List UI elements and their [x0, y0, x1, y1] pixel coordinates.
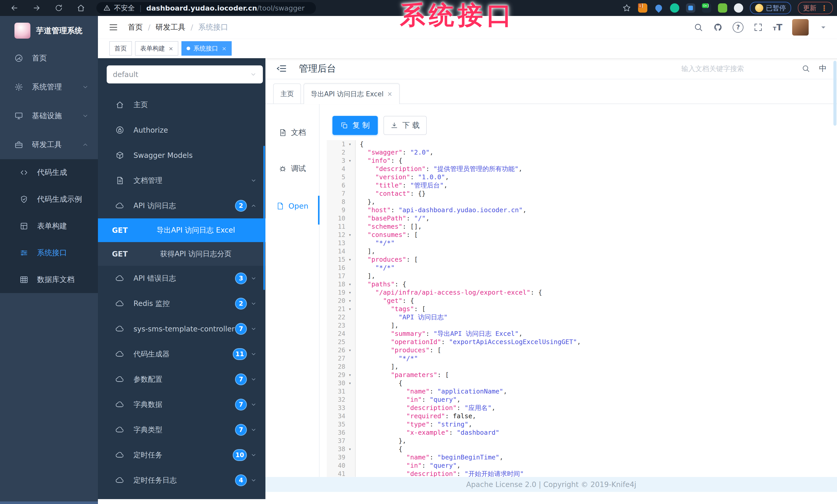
swagger-nav-item-7[interactable]: API 错误日志 3: [98, 266, 265, 291]
fold-caret-icon[interactable]: [345, 223, 355, 231]
help-icon[interactable]: ?: [733, 22, 744, 33]
swagger-nav-item-3[interactable]: 文档管理: [98, 168, 265, 193]
tag-表单构建[interactable]: 表单构建 ×: [135, 41, 178, 56]
hamburger-icon[interactable]: [108, 22, 119, 33]
reload-icon[interactable]: [54, 3, 64, 13]
forward-icon[interactable]: [32, 3, 42, 13]
fold-caret-icon[interactable]: [345, 272, 355, 280]
download-button[interactable]: 下 载: [384, 116, 427, 135]
api-operation-row[interactable]: GET 获得API 访问日志分页: [98, 242, 265, 266]
swagger-nav-item-4[interactable]: API 访问日志 2: [98, 193, 265, 218]
profile-paused-pill[interactable]: 已暂停: [750, 2, 791, 14]
extension-icon[interactable]: [686, 3, 695, 13]
fold-caret-icon[interactable]: [345, 148, 355, 156]
fold-caret-icon[interactable]: [345, 420, 355, 429]
extension-icon[interactable]: [654, 3, 663, 13]
fold-caret-icon[interactable]: ▾: [345, 156, 355, 165]
fold-caret-icon[interactable]: [345, 412, 355, 420]
fold-caret-icon[interactable]: [345, 429, 355, 437]
github-icon[interactable]: [713, 22, 723, 32]
fold-caret-icon[interactable]: ▾: [345, 231, 355, 239]
swagger-nav-item-1[interactable]: Authorize: [98, 117, 265, 143]
fold-caret-icon[interactable]: ▾: [345, 379, 355, 387]
fold-caret-icon[interactable]: [345, 321, 355, 330]
fold-caret-icon[interactable]: [345, 247, 355, 256]
group-select[interactable]: default: [107, 66, 263, 83]
fold-caret-icon[interactable]: ▾: [345, 305, 355, 313]
doc-search-input[interactable]: [681, 64, 793, 73]
code-editor[interactable]: 1 ▾ { 2 "swagger": "2.0", 3 ▾ "info": { …: [327, 140, 833, 477]
sidebar-item-gear[interactable]: 系统管理: [0, 73, 98, 101]
swagger-nav-item-15[interactable]: 定时任务日志 4: [98, 468, 265, 493]
extension-icon[interactable]: [734, 3, 743, 13]
breadcrumb-item[interactable]: 首页: [128, 22, 143, 33]
extension-icon[interactable]: [670, 3, 679, 13]
fold-caret-icon[interactable]: [345, 387, 355, 396]
fold-caret-icon[interactable]: [345, 453, 355, 462]
side-tab-Open[interactable]: Open: [265, 197, 319, 215]
fold-caret-icon[interactable]: [345, 330, 355, 338]
fold-caret-icon[interactable]: [345, 198, 355, 206]
swagger-nav-item-12[interactable]: 字典数据 7: [98, 392, 265, 417]
swagger-nav-item-9[interactable]: sys-sms-template-controller 7: [98, 316, 265, 341]
side-tab-调试[interactable]: 调试: [265, 160, 319, 178]
close-icon[interactable]: ×: [387, 85, 392, 104]
tag-系统接口[interactable]: 系统接口 ×: [181, 41, 231, 56]
extension-icon[interactable]: [718, 3, 727, 13]
fold-caret-icon[interactable]: [345, 462, 355, 470]
doc-search-icon[interactable]: [801, 64, 810, 73]
fold-caret-icon[interactable]: [345, 362, 355, 371]
fold-caret-icon[interactable]: [345, 173, 355, 181]
fold-caret-icon[interactable]: [345, 206, 355, 214]
swagger-nav-item-13[interactable]: 字典类型 7: [98, 417, 265, 443]
user-avatar[interactable]: [792, 19, 809, 36]
sidebar-subitem-code[interactable]: 代码生成: [0, 159, 98, 186]
doc-tab[interactable]: 主页: [273, 83, 301, 104]
close-icon[interactable]: ×: [221, 45, 226, 52]
sidebar-subitem-sliders[interactable]: 系统接口: [0, 240, 98, 266]
fold-caret-icon[interactable]: [345, 214, 355, 223]
breadcrumb-item[interactable]: 研发工具: [156, 22, 185, 33]
fold-caret-icon[interactable]: ▾: [345, 371, 355, 379]
fullscreen-icon[interactable]: [753, 22, 763, 32]
search-icon[interactable]: [693, 22, 703, 32]
page-scrollbar[interactable]: [833, 61, 836, 126]
swagger-nav-item-0[interactable]: 主页: [98, 92, 265, 117]
doc-tab[interactable]: 导出API 访问日志 Excel ×: [304, 83, 400, 104]
fold-caret-icon[interactable]: [345, 239, 355, 247]
swagger-nav-item-14[interactable]: 定时任务 10: [98, 443, 265, 468]
fold-caret-icon[interactable]: [345, 470, 355, 477]
fold-caret-icon[interactable]: [345, 396, 355, 404]
copy-button[interactable]: 复 制: [333, 116, 378, 135]
api-operation-row[interactable]: GET 导出API 访问日志 Excel: [98, 218, 265, 242]
side-tab-文档[interactable]: 文档: [265, 124, 319, 142]
tag-首页[interactable]: 首页: [109, 41, 132, 56]
sidebar-item-dash[interactable]: 首页: [0, 44, 98, 73]
back-icon[interactable]: [9, 3, 20, 13]
app-logo[interactable]: 芋道管理系统: [0, 16, 98, 44]
fold-caret-icon[interactable]: ▾: [345, 346, 355, 354]
sidebar-subitem-shield[interactable]: 代码生成示例: [0, 186, 98, 213]
fold-caret-icon[interactable]: ▾: [345, 256, 355, 264]
font-size-icon[interactable]: TT: [773, 22, 782, 33]
user-caret-icon[interactable]: [818, 22, 828, 32]
fold-caret-icon[interactable]: [345, 404, 355, 412]
fold-caret-icon[interactable]: [345, 189, 355, 198]
fold-caret-icon[interactable]: ▾: [345, 140, 355, 148]
sidebar-item-monitor[interactable]: 基础设施: [0, 101, 98, 130]
address-bar[interactable]: 不安全 | dashboard.yudao.iocoder.cn/tool/sw…: [96, 2, 316, 14]
fold-caret-icon[interactable]: [345, 313, 355, 321]
fold-caret-icon[interactable]: ▾: [345, 280, 355, 288]
close-icon[interactable]: ×: [168, 45, 173, 52]
browser-menu-icon[interactable]: ⋮: [820, 4, 828, 12]
breadcrumb-item[interactable]: 系统接口: [198, 22, 228, 33]
extension-icon[interactable]: 1: [638, 3, 647, 13]
fold-caret-icon[interactable]: [345, 165, 355, 173]
swagger-nav-item-2[interactable]: Swagger Models: [98, 143, 265, 168]
fold-caret-icon[interactable]: [345, 338, 355, 346]
update-button[interactable]: 更新 ⋮: [798, 2, 833, 14]
fold-caret-icon[interactable]: ▾: [345, 445, 355, 453]
swagger-sidebar-scrollbar[interactable]: [263, 146, 265, 290]
fold-caret-icon[interactable]: [345, 437, 355, 445]
sidebar-subitem-grid[interactable]: 表单构建: [0, 213, 98, 240]
